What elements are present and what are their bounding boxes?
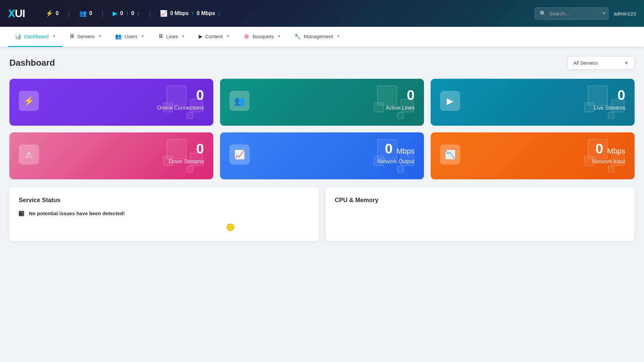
card-content-connections: 0 Online Connections — [46, 88, 204, 111]
play-icon: ▶ — [113, 10, 117, 17]
server-select-chevron-icon: ▼ — [624, 60, 629, 66]
bouquets-chevron-icon: ▼ — [277, 34, 281, 38]
nav-item-users[interactable]: 👥 Users ▼ — [108, 27, 151, 47]
card-content-streams: 0 Live Streams — [467, 88, 625, 111]
download-value: 0 Mbps — [197, 10, 215, 16]
nav-label-lines: Lines — [166, 34, 178, 39]
card-value-input: 0 Mbps — [595, 142, 625, 156]
nav-label-management: Management — [304, 34, 333, 39]
card-label-connections: Online Connections — [46, 105, 204, 111]
dashboard-icon: 📊 — [15, 33, 21, 40]
card-down-streams: ⚠ 0 Down Streams — [9, 132, 213, 179]
servers-chevron-icon: ▼ — [98, 34, 102, 38]
streams-up-value: 0 — [120, 10, 123, 16]
nav-label-bouquets: Bouquets — [253, 34, 274, 39]
top-stats: ⚡ 0 | 👥 0 | ▶ 0 ↑ 0 ↓ | 📈 0 Mbps ↑ 0 Mbp… — [46, 10, 524, 17]
management-chevron-icon: ▼ — [336, 34, 340, 38]
card-network-input: 📉 0 Mbps Network Input — [431, 132, 635, 179]
stats-cards-grid: ⚡ 0 Online Connections 👥 0 Active — [9, 79, 635, 179]
card-value-connections: 0 — [196, 88, 204, 102]
bouquets-icon: 🌸 — [243, 33, 250, 40]
nav-item-lines[interactable]: 🖥 Lines ▼ — [151, 27, 192, 47]
card-content-lines: 0 Active Lines — [256, 88, 415, 111]
users-icon: 👥 — [79, 10, 87, 17]
service-status-title: Service Status — [19, 197, 309, 204]
status-message-item: ■ No potential issues have been detected… — [19, 210, 309, 216]
card-online-connections: ⚡ 0 Online Connections — [9, 79, 213, 126]
search-icon: 🔍 — [540, 10, 546, 17]
cpu-memory-panel: CPU & Memory — [325, 187, 635, 241]
card-content-output: 0 Mbps Network Output — [256, 142, 415, 165]
bottom-panels: Service Status ■ No potential issues hav… — [9, 187, 635, 241]
main-content: Dashboard All Servers ▼ ⚡ 0 Online Conne… — [0, 47, 644, 241]
network-icon: 📈 — [160, 10, 167, 17]
nav-item-content[interactable]: ▶ Content ▼ — [192, 27, 236, 47]
card-label-lines: Active Lines — [256, 105, 415, 111]
divider-1: | — [68, 10, 70, 17]
users-value: 0 — [89, 10, 92, 16]
lines-icon: 🖥 — [158, 33, 163, 39]
card-icon-input: 📉 — [440, 144, 460, 165]
nav-label-servers: Servers — [77, 34, 95, 39]
nav-label-content: Content — [205, 34, 223, 39]
card-icon-lines: 👥 — [229, 91, 250, 111]
card-label-input: Network Input — [467, 159, 625, 165]
nav-item-management[interactable]: 🔧 Management ▼ — [287, 27, 346, 47]
card-label-streams: Live Streams — [467, 105, 625, 111]
status-message-text: No potential issues have been detected! — [29, 210, 125, 216]
server-select-label: All Servers — [573, 60, 598, 66]
content-icon: ▶ — [199, 33, 203, 40]
card-value-lines: 0 — [407, 88, 415, 102]
divider-2: | — [102, 10, 103, 17]
search-box[interactable]: 🔍 ▼ — [535, 7, 608, 20]
card-value-down: 0 — [196, 142, 204, 156]
card-label-down: Down Streams — [46, 159, 204, 165]
dashboard-chevron-icon: ▼ — [52, 34, 56, 38]
top-navigation: XUI ⚡ 0 | 👥 0 | ▶ 0 ↑ 0 ↓ | 📈 0 Mbps ↑ 0 — [0, 0, 644, 27]
card-icon-connections: ⚡ — [19, 91, 39, 111]
service-status-panel: Service Status ■ No potential issues hav… — [9, 187, 319, 241]
card-icon-output: 📈 — [229, 144, 250, 165]
nav-label-dashboard: Dashboard — [24, 34, 49, 39]
card-live-streams: ▶ 0 Live Streams — [431, 79, 635, 126]
card-label-output: Network Output — [256, 159, 415, 165]
servers-icon: 🖥 — [69, 33, 74, 39]
lines-chevron-icon: ▼ — [181, 34, 185, 38]
card-content-input: 0 Mbps Network Input — [467, 142, 625, 165]
card-icon-down: ⚠ — [19, 144, 39, 165]
card-network-output: 📈 0 Mbps Network Output — [220, 132, 424, 179]
card-icon-streams: ▶ — [440, 91, 460, 111]
card-active-lines: 👥 0 Active Lines — [220, 79, 424, 126]
users-nav-icon: 👥 — [115, 33, 122, 40]
streams-down-value: 0 — [131, 10, 134, 16]
nav-item-bouquets[interactable]: 🌸 Bouquets ▼ — [236, 27, 287, 47]
top-nav-right: 🔍 ▼ admin123 — [535, 7, 636, 20]
server-select-dropdown[interactable]: All Servers ▼ — [568, 56, 635, 69]
stat-users: 👥 0 — [79, 10, 92, 17]
connections-value: 0 — [56, 10, 59, 16]
upload-value: 0 Mbps — [170, 10, 189, 16]
nav-item-dashboard[interactable]: 📊 Dashboard ▼ — [8, 27, 62, 47]
stat-connections: ⚡ 0 — [46, 10, 59, 17]
divider-3: | — [149, 10, 151, 17]
stat-streams: ▶ 0 ↑ 0 ↓ — [113, 10, 140, 17]
logo[interactable]: XUI — [8, 7, 35, 20]
card-content-down: 0 Down Streams — [46, 142, 204, 165]
page-title: Dashboard — [9, 58, 55, 68]
card-value-output: 0 Mbps — [385, 142, 415, 156]
users-chevron-icon: ▼ — [141, 34, 145, 38]
card-value-streams: 0 — [618, 88, 625, 102]
lightning-icon: ⚡ — [46, 10, 53, 17]
nav-label-users: Users — [124, 34, 138, 39]
page-header: Dashboard All Servers ▼ — [9, 56, 635, 69]
admin-username: admin123 — [614, 11, 636, 16]
search-chevron-icon: ▼ — [602, 11, 606, 16]
content-chevron-icon: ▼ — [226, 34, 230, 38]
main-navigation: 📊 Dashboard ▼ 🖥 Servers ▼ 👥 Users ▼ 🖥 Li… — [0, 27, 644, 47]
stat-network: 📈 0 Mbps ↑ 0 Mbps ↓ — [160, 10, 220, 17]
nav-item-servers[interactable]: 🖥 Servers ▼ — [62, 27, 108, 47]
cpu-memory-title: CPU & Memory — [335, 197, 625, 204]
search-input[interactable] — [549, 11, 599, 16]
status-square-icon: ■ — [19, 211, 24, 216]
management-icon: 🔧 — [294, 33, 301, 40]
